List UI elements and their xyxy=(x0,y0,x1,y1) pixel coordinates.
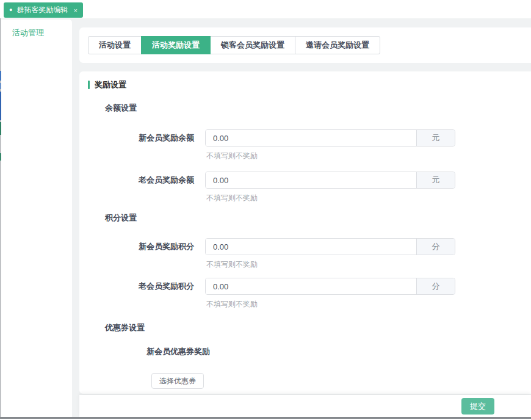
form-row-new-member-balance: 新会员奖励余额 元 不填写则不奖励 xyxy=(88,129,455,161)
field-hint: 不填写则不奖励 xyxy=(205,151,455,161)
tab-invite-member-reward-settings[interactable]: 邀请会员奖励设置 xyxy=(295,36,380,54)
section-title: 奖励设置 xyxy=(95,79,126,90)
field-label: 新会员奖励余额 xyxy=(88,129,194,161)
group-title-points: 积分设置 xyxy=(105,212,137,223)
tab-group: 活动设置 活动奖励设置 锁客会员奖励设置 邀请会员奖励设置 xyxy=(88,36,380,54)
tab-lock-member-reward-settings[interactable]: 锁客会员奖励设置 xyxy=(210,36,295,54)
sidebar-item-activity-management[interactable]: 活动管理 xyxy=(1,20,72,45)
form-row-old-member-balance: 老会员奖励余额 元 不填写则不奖励 xyxy=(88,172,455,203)
old-member-balance-input[interactable] xyxy=(206,172,416,188)
document-tab-active[interactable]: ● 群拓客奖励编辑 × xyxy=(4,2,83,18)
unit-suffix: 分 xyxy=(416,239,455,255)
footer-bar: 提交 xyxy=(79,395,531,417)
tab-activity-reward-settings[interactable]: 活动奖励设置 xyxy=(141,36,211,54)
unit-suffix: 元 xyxy=(416,172,455,188)
unit-suffix: 分 xyxy=(416,278,455,294)
new-member-balance-input[interactable] xyxy=(206,130,416,146)
input-group: 元 xyxy=(205,172,455,189)
old-member-points-input[interactable] xyxy=(206,278,416,294)
input-group: 分 xyxy=(205,238,455,255)
form-row-old-member-points: 老会员奖励积分 分 不填写则不奖励 xyxy=(88,278,455,310)
document-tab-bar: ● 群拓客奖励编辑 × xyxy=(0,0,531,18)
tabs-card: 活动设置 活动奖励设置 锁客会员奖励设置 邀请会员奖励设置 xyxy=(79,27,531,63)
field-label: 老会员奖励余额 xyxy=(88,172,194,203)
active-dot-icon: ● xyxy=(9,7,12,13)
field-hint: 不填写则不奖励 xyxy=(205,259,455,270)
group-title-balance: 余额设置 xyxy=(105,103,137,114)
close-icon[interactable]: × xyxy=(73,7,77,14)
section-header: 奖励设置 xyxy=(88,79,126,90)
section-accent-bar xyxy=(88,81,90,89)
select-coupon-button[interactable]: 选择优惠券 xyxy=(151,373,204,389)
input-group: 元 xyxy=(205,129,455,147)
tab-activity-settings[interactable]: 活动设置 xyxy=(88,36,142,54)
form-row-new-member-points: 新会员奖励积分 分 不填写则不奖励 xyxy=(88,238,455,270)
document-tab-label: 群拓客奖励编辑 xyxy=(16,5,68,15)
unit-suffix: 元 xyxy=(416,130,455,146)
group-title-coupon: 优惠券设置 xyxy=(105,322,145,333)
new-member-points-input[interactable] xyxy=(206,239,416,255)
field-label: 老会员奖励积分 xyxy=(88,278,194,310)
coupon-reward-label: 新会员优惠券奖励 xyxy=(146,346,210,357)
reward-settings-card: 奖励设置 余额设置 新会员奖励余额 元 不填写则不奖励 老会员奖励余额 元 不填… xyxy=(79,71,531,394)
field-hint: 不填写则不奖励 xyxy=(205,299,455,310)
sidebar: 活动管理 xyxy=(1,20,72,417)
submit-button[interactable]: 提交 xyxy=(461,398,494,415)
field-hint: 不填写则不奖励 xyxy=(205,193,455,203)
field-label: 新会员奖励积分 xyxy=(88,238,194,270)
input-group: 分 xyxy=(205,278,455,295)
